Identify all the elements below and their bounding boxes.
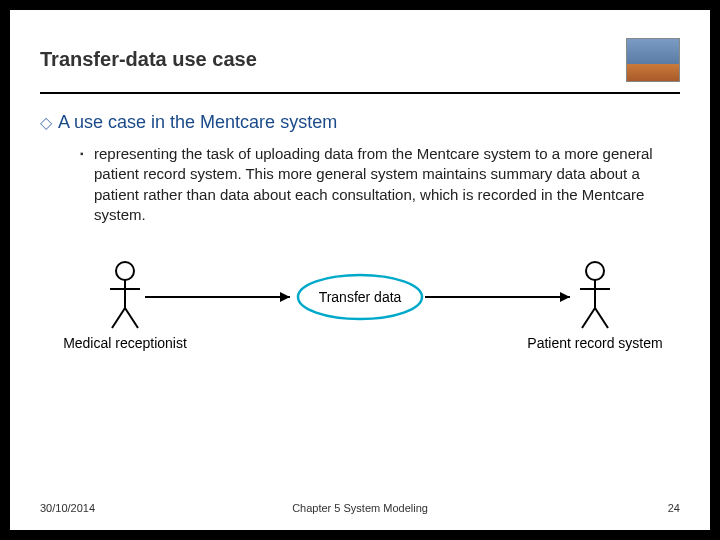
footer-chapter: Chapter 5 System Modeling [292, 502, 428, 514]
bullet-level1-text: A use case in the Mentcare system [58, 112, 337, 133]
right-actor-icon [580, 262, 610, 328]
footer-page-number: 24 [668, 502, 680, 514]
svg-point-0 [116, 262, 134, 280]
left-arrow-head-icon [280, 292, 290, 302]
slide-title: Transfer-data use case [40, 48, 257, 71]
usecase-label: Transfer data [319, 289, 402, 305]
svg-line-8 [582, 308, 595, 328]
left-actor-icon [110, 262, 140, 328]
svg-line-3 [112, 308, 125, 328]
right-arrow-head-icon [560, 292, 570, 302]
svg-line-4 [125, 308, 138, 328]
slide-footer: 30/10/2014 Chapter 5 System Modeling 24 [40, 502, 680, 514]
book-cover-logo [626, 38, 680, 82]
diamond-bullet-icon: ◇ [40, 112, 58, 134]
bullet-level2-text: representing the task of uploading data … [94, 144, 654, 225]
right-actor-label: Patient record system [527, 335, 662, 351]
svg-line-9 [595, 308, 608, 328]
footer-date: 30/10/2014 [40, 502, 95, 514]
bullet-level2: ▪ representing the task of uploading dat… [80, 144, 680, 225]
bullet-level1: ◇ A use case in the Mentcare system [40, 112, 680, 134]
usecase-diagram: Medical receptionist Transfer data Patie… [50, 253, 670, 363]
left-actor-label: Medical receptionist [63, 335, 187, 351]
svg-point-5 [586, 262, 604, 280]
title-divider [40, 92, 680, 94]
square-bullet-icon: ▪ [80, 144, 94, 164]
